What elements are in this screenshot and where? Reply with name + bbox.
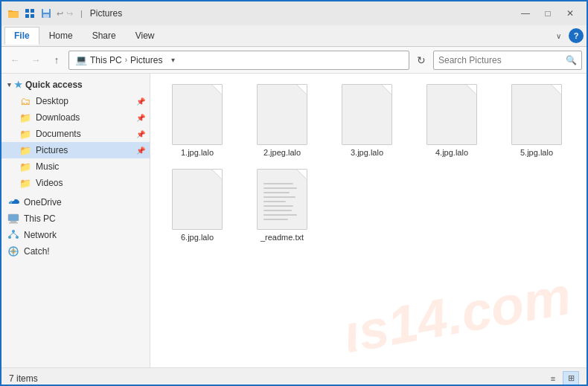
minimize-button[interactable]: — [515,3,536,24]
svg-point-15 [16,236,19,239]
sidebar-item-onedrive[interactable]: OneDrive [1,194,150,210]
sidebar-item-downloads[interactable]: 📁 Downloads 📌 [1,109,150,126]
window-controls: — □ ✕ [515,3,581,24]
path-pictures[interactable]: Pictures [130,55,162,65]
pictures-icon: 📁 [19,144,31,156]
search-input[interactable] [438,55,563,65]
svg-point-13 [12,230,15,233]
sidebar-item-documents[interactable]: 📁 Documents 📌 [1,126,150,142]
documents-icon: 📁 [19,128,31,140]
videos-icon: 📁 [19,177,31,189]
file-icon [511,83,562,146]
file-icon [426,83,477,146]
documents-label: Documents [36,129,81,139]
title-bar: ↩ ↪ | Pictures — □ ✕ [1,1,587,25]
sidebar-section-quick-access[interactable]: ▾ ★ Quick access [1,77,150,93]
path-thispc[interactable]: This PC [90,55,122,65]
view-list-button[interactable]: ≡ [545,371,561,386]
pictures-label: Pictures [36,145,68,155]
refresh-button[interactable]: ↻ [412,51,430,69]
main-layout: ▾ ★ Quick access 🗂 Desktop 📌 📁 Downloads… [1,74,587,367]
svg-rect-9 [43,14,49,18]
forward-button[interactable]: → [27,51,45,69]
videos-label: Videos [36,178,63,188]
svg-rect-3 [25,9,29,13]
back-button[interactable]: ← [6,51,24,69]
downloads-pin-icon: 📌 [136,114,145,122]
ribbon-collapse-button[interactable]: ∨ [551,28,566,43]
sidebar-item-pictures[interactable]: 📁 Pictures 📌 [1,142,150,158]
desktop-icon: 🗂 [19,95,31,107]
svg-line-17 [13,233,17,236]
svg-line-16 [10,233,13,236]
file-item[interactable]: 4.jpg.lalo [411,80,493,161]
thispc-sidebar-icon [7,213,19,225]
svg-rect-4 [31,9,34,13]
file-name: 2.jpeg.lalo [263,147,301,158]
sidebar-item-desktop[interactable]: 🗂 Desktop 📌 [1,93,150,109]
svg-rect-10 [8,214,19,221]
tab-file[interactable]: File [4,27,39,45]
network-icon [7,229,19,241]
file-name: 6.jpg.lalo [181,232,214,242]
tab-home[interactable]: Home [39,27,83,45]
app-icon [7,7,19,19]
file-icon [342,83,392,146]
view-buttons: ≡ ⊞ [545,371,579,386]
sidebar-item-videos[interactable]: 📁 Videos [1,175,150,191]
svg-point-14 [8,236,11,239]
onedrive-icon [7,196,19,208]
quick-access-label: Quick access [25,80,83,90]
sidebar-item-music[interactable]: 📁 Music [1,158,150,175]
item-count: 7 items [9,373,38,384]
ribbon-expand-area: ∨ ? [551,28,584,43]
tab-share[interactable]: Share [83,27,126,45]
view-icons-button[interactable]: ⊞ [563,371,579,386]
address-path[interactable]: 💻 This PC › Pictures ▾ [68,51,409,70]
undo-redo-icons: ↩ ↪ [57,9,73,19]
up-button[interactable]: ↑ [48,51,65,69]
svg-rect-6 [31,14,34,18]
sidebar: ▾ ★ Quick access 🗂 Desktop 📌 📁 Downloads… [1,74,150,367]
address-bar: ← → ↑ 💻 This PC › Pictures ▾ ↻ 🔍 [1,47,587,74]
file-item[interactable]: 5.jpg.lalo [496,80,578,161]
svg-rect-5 [25,14,29,18]
content-area: ιs14.com 1.jpg.lalo 2.jpeg.lal [150,74,587,367]
file-item[interactable]: _readme.txt [241,164,323,246]
svg-rect-12 [9,222,18,224]
catch-icon [7,245,19,257]
file-name: 1.jpg.lalo [181,147,214,158]
quick-access-icon [24,7,36,19]
downloads-icon: 📁 [19,112,31,123]
documents-pin-icon: 📌 [136,130,145,138]
sidebar-item-catch[interactable]: Catch! [1,243,150,260]
catch-label: Catch! [24,246,50,257]
quick-access-arrow: ▾ [7,81,11,89]
save-icon [40,7,52,19]
file-icon [172,83,223,146]
svg-rect-8 [43,9,49,13]
status-bar: 7 items ≡ ⊞ [1,367,587,386]
files-grid: 1.jpg.lalo 2.jpeg.lalo 3.jpg.lalo [150,74,587,252]
search-icon[interactable]: 🔍 [566,55,577,65]
file-item[interactable]: 6.jpg.lalo [156,164,238,246]
thispc-icon: 💻 [75,54,87,65]
file-icon [172,168,223,231]
file-item[interactable]: 2.jpeg.lalo [241,80,323,161]
close-button[interactable]: ✕ [560,3,581,24]
onedrive-label: OneDrive [24,197,62,208]
maximize-button[interactable]: □ [537,3,558,24]
file-item[interactable]: 1.jpg.lalo [156,80,238,161]
file-item[interactable]: 3.jpg.lalo [326,80,408,161]
sidebar-item-network[interactable]: Network [1,227,150,243]
help-button[interactable]: ? [569,28,584,43]
tab-view[interactable]: View [126,27,164,45]
path-dropdown-button[interactable]: ▾ [165,51,180,69]
window-title: Pictures [90,8,122,19]
desktop-pin-icon: 📌 [136,97,145,106]
sidebar-item-thispc[interactable]: This PC [1,210,150,227]
music-label: Music [36,161,59,172]
ribbon: File Home Share View ∨ ? [1,25,587,47]
file-name: 4.jpg.lalo [435,147,468,158]
file-name: _readme.txt [261,232,304,242]
